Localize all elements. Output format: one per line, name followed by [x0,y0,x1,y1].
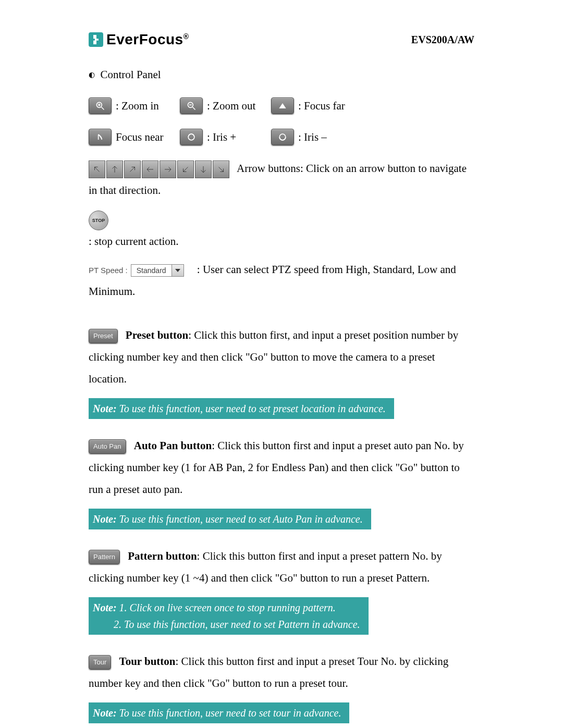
pattern-button[interactable]: Pattern [89,550,120,564]
tour-title: Tour button [119,655,176,668]
arrow-description: Arrow buttons: Click on an arrow button … [89,157,474,201]
arrow-up-icon [110,165,119,174]
arrow-up-left-icon [92,165,102,174]
brand-logo: EverFocus® [89,31,189,48]
autopan-button[interactable]: Auto Pan [89,439,126,454]
svg-marker-10 [175,269,180,272]
stop-text: : stop current action. [89,235,179,248]
iris-minus-icon [277,132,288,142]
model-number: EVS200A/AW [411,34,474,46]
document-page: EverFocus® EVS200A/AW ◐ Control Panel : … [0,0,563,728]
arrow-up-left-button[interactable] [89,161,105,178]
tour-note: Note: To use this function, user need to… [89,702,349,723]
pattern-note: Note: 1. Click on live screen once to st… [89,597,369,635]
arrow-down-button[interactable] [195,161,212,178]
preset-note: Note: To use this function, user need to… [89,398,394,419]
iris-plus-label: : Iris + [207,126,236,148]
iris-minus-button[interactable] [271,129,294,145]
tour-paragraph: Tour Tour button: Click this button firs… [89,650,474,694]
arrow-up-button[interactable] [106,161,123,178]
arrow-down-left-icon [181,165,190,174]
logo-icon [89,32,103,47]
arrow-down-right-icon [216,165,226,174]
ptspeed-description: PT Speed : Standard : User can select PT… [89,258,474,302]
ptspeed-value: Standard [131,263,172,278]
autopan-note: Note: To use this function, user need to… [89,509,371,529]
zoom-out-button[interactable] [180,97,203,114]
section-heading: ◐ Control Panel [89,64,474,85]
pattern-paragraph: Pattern Pattern button: Click this butto… [89,545,474,589]
iris-minus-label: : Iris – [298,126,327,148]
arrow-right-icon [163,165,173,174]
svg-marker-7 [279,103,286,108]
focus-far-button[interactable] [271,97,294,114]
brand-name: EverFocus® [106,31,189,48]
arrow-up-right-icon [128,165,137,174]
zoom-out-label: : Zoom out [207,95,255,117]
stop-description: STOP : stop current action. [89,207,474,252]
zoom-in-label: : Zoom in [116,95,159,117]
control-row-1: : Zoom in : Zoom out : Focus far [89,95,474,117]
ptspeed-label: PT Speed : [89,263,128,278]
arrow-down-icon [199,165,208,174]
arrow-down-right-button[interactable] [213,161,229,178]
preset-button[interactable]: Preset [89,329,118,343]
ptspeed-control: PT Speed : Standard [89,263,184,278]
arrow-down-left-button[interactable] [177,161,194,178]
preset-paragraph: Preset Preset button: Click this button … [89,324,474,390]
iris-plus-button[interactable] [180,129,203,145]
autopan-paragraph: Auto Pan Auto Pan button: Click this but… [89,435,474,500]
focus-near-button[interactable] [89,129,112,145]
zoom-in-button[interactable] [89,97,112,114]
tour-button[interactable]: Tour [89,655,111,670]
svg-line-5 [193,107,195,110]
ptspeed-select[interactable]: Standard [131,264,184,277]
arrow-button-strip [89,161,229,178]
chevron-down-icon [172,265,183,276]
page-header: EverFocus® EVS200A/AW [89,31,474,48]
arrow-up-right-button[interactable] [124,161,141,178]
focus-far-icon [277,101,288,111]
iris-plus-icon [186,132,197,142]
arrow-right-button[interactable] [160,161,176,178]
zoom-in-icon [95,101,105,111]
zoom-out-icon [186,101,197,111]
arrow-left-icon [145,165,155,174]
preset-title: Preset button [126,329,188,341]
stop-button[interactable]: STOP [89,211,108,230]
arrow-left-button[interactable] [142,161,158,178]
control-row-2: Focus near : Iris + : Iris – [89,126,474,148]
focus-far-label: : Focus far [298,95,345,117]
pattern-title: Pattern button [128,550,197,562]
autopan-title: Auto Pan button [134,439,212,452]
svg-line-1 [102,107,104,110]
focus-near-icon [95,132,105,142]
focus-near-label: Focus near [116,126,164,148]
